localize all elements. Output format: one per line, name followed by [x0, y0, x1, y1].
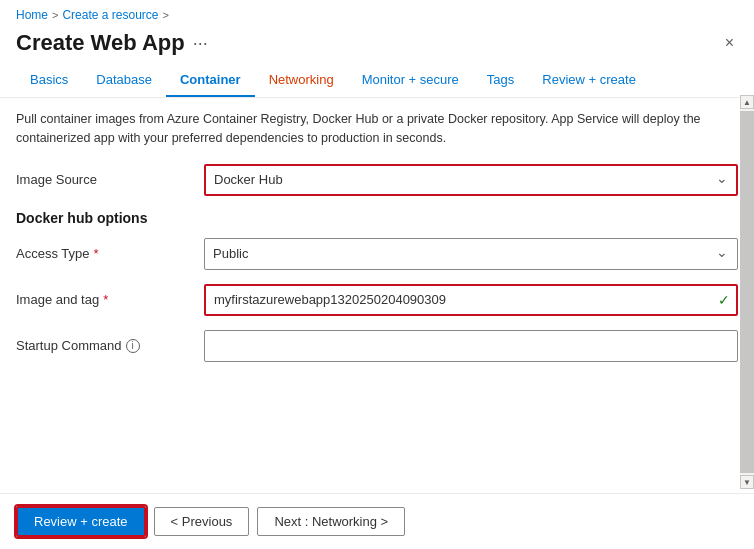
tab-tags[interactable]: Tags — [473, 64, 528, 97]
breadcrumb-home[interactable]: Home — [16, 8, 48, 22]
access-type-row: Access Type * Public — [16, 238, 738, 270]
image-source-control: Docker Hub — [204, 164, 738, 196]
page-title: Create Web App — [16, 30, 185, 56]
image-tag-label: Image and tag * — [16, 292, 196, 307]
content-area: Pull container images from Azure Contain… — [0, 98, 754, 457]
image-tag-row: Image and tag * ✓ — [16, 284, 738, 316]
tab-review-create[interactable]: Review + create — [528, 64, 650, 97]
breadcrumb-sep1: > — [52, 9, 58, 21]
tab-container[interactable]: Container — [166, 64, 255, 97]
image-tag-input-wrapper: ✓ — [204, 284, 738, 316]
scroll-up-arrow[interactable]: ▲ — [740, 95, 754, 109]
tab-networking[interactable]: Networking — [255, 64, 348, 97]
more-options-icon[interactable]: ··· — [193, 33, 208, 54]
footer: Review + create < Previous Next : Networ… — [0, 493, 754, 549]
description-text: Pull container images from Azure Contain… — [16, 110, 738, 148]
docker-hub-section-heading: Docker hub options — [16, 210, 738, 226]
scrollbar: ▲ ▼ — [740, 95, 754, 489]
image-source-label: Image Source — [16, 172, 196, 187]
access-type-required-star: * — [93, 246, 98, 261]
tab-database[interactable]: Database — [82, 64, 166, 97]
access-type-select[interactable]: Public — [204, 238, 738, 270]
startup-command-control — [204, 330, 738, 362]
breadcrumb: Home > Create a resource > — [0, 0, 754, 26]
page-header: Create Web App ··· × — [0, 26, 754, 64]
startup-command-input[interactable] — [204, 330, 738, 362]
image-source-row: Image Source Docker Hub — [16, 164, 738, 196]
check-icon: ✓ — [718, 292, 730, 308]
access-type-control: Public — [204, 238, 738, 270]
review-create-button[interactable]: Review + create — [16, 506, 146, 537]
access-type-select-wrapper: Public — [204, 238, 738, 270]
tab-monitor[interactable]: Monitor + secure — [348, 64, 473, 97]
image-source-select[interactable]: Docker Hub — [204, 164, 738, 196]
startup-command-row: Startup Command i — [16, 330, 738, 362]
startup-info-icon[interactable]: i — [126, 339, 140, 353]
previous-button[interactable]: < Previous — [154, 507, 250, 536]
image-tag-input[interactable] — [204, 284, 738, 316]
header-left: Create Web App ··· — [16, 30, 208, 56]
breadcrumb-create-resource[interactable]: Create a resource — [62, 8, 158, 22]
access-type-label: Access Type * — [16, 246, 196, 261]
breadcrumb-sep2: > — [163, 9, 169, 21]
image-source-select-wrapper: Docker Hub — [204, 164, 738, 196]
startup-command-label: Startup Command i — [16, 338, 196, 353]
next-button[interactable]: Next : Networking > — [257, 507, 405, 536]
scroll-down-arrow[interactable]: ▼ — [740, 475, 754, 489]
tab-basics[interactable]: Basics — [16, 64, 82, 97]
image-tag-required-star: * — [103, 292, 108, 307]
close-button[interactable]: × — [721, 30, 738, 56]
image-tag-control: ✓ — [204, 284, 738, 316]
tabs-container: Basics Database Container Networking Mon… — [0, 64, 754, 98]
scroll-thumb[interactable] — [740, 111, 754, 473]
